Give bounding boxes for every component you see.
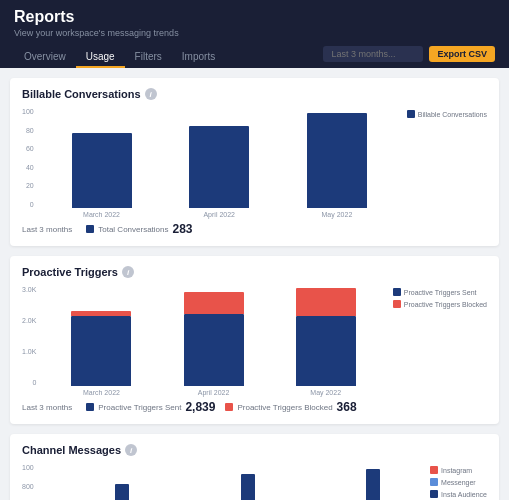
proactive-may: May 2022: [273, 286, 379, 396]
tab-overview[interactable]: Overview: [14, 47, 76, 68]
proactive-april: April 2022: [161, 286, 267, 396]
proactive-red-may: [296, 288, 356, 316]
proactive-stat2-value: 368: [337, 400, 357, 414]
billable-stat-label: Total Conversations: [98, 225, 168, 234]
proactive-blue-april: [184, 314, 244, 386]
proactive-stat1-label: Proactive Triggers Sent: [98, 403, 181, 412]
proactive-sent-dot: [393, 288, 401, 296]
billable-legend-item: Billable Conversations: [407, 110, 487, 118]
tab-imports[interactable]: Imports: [172, 47, 225, 68]
channel-legend-messenger-label: Messenger: [441, 479, 476, 486]
channel-may: May 2022: [297, 464, 416, 500]
channel-messenger-dot: [430, 478, 438, 486]
page-title: Reports: [14, 8, 495, 26]
billable-stat-value: 283: [173, 222, 193, 236]
channel-legend-messenger: Messenger: [430, 478, 487, 486]
channel-chart-area: 100 800 600 400 200 0 March 2022: [22, 464, 487, 500]
proactive-stat1-value: 2,839: [185, 400, 215, 414]
channel-bars: March 2022 April 2022: [46, 464, 416, 500]
tab-usage[interactable]: Usage: [76, 47, 125, 68]
channel-legend-audience-label: Insta Audience: [441, 491, 487, 498]
proactive-march: March 2022: [48, 286, 154, 396]
billable-bar-march: [72, 133, 132, 208]
proactive-card: Proactive Triggers i 3.0K 2.0K 1.0K 0 Ma…: [10, 256, 499, 424]
channel-legend: Instagram Messenger Insta Audience: [430, 466, 487, 500]
proactive-legend-blocked: Proactive Triggers Blocked: [393, 300, 487, 308]
proactive-info-icon[interactable]: i: [122, 266, 134, 278]
billable-label-may: May 2022: [322, 211, 353, 218]
nav-tabs: Overview Usage Filters Imports: [14, 47, 225, 68]
channel-legend-instagram: Instagram: [430, 466, 487, 474]
header: Reports View your workspace's messaging …: [0, 0, 509, 68]
billable-april: April 2022: [163, 108, 275, 218]
proactive-y-axis: 3.0K 2.0K 1.0K 0: [22, 286, 40, 386]
proactive-stat2: Proactive Triggers Blocked 368: [225, 400, 356, 414]
proactive-red-april: [184, 292, 244, 314]
proactive-stat1-dot: [86, 403, 94, 411]
tab-filters[interactable]: Filters: [125, 47, 172, 68]
export-button[interactable]: Export CSV: [429, 46, 495, 62]
page-subtitle: View your workspace's messaging trends: [14, 28, 495, 38]
proactive-stat2-dot: [225, 403, 233, 411]
billable-stats: Last 3 months Total Conversations 283: [22, 222, 487, 236]
proactive-label-may: May 2022: [310, 389, 341, 396]
billable-time-range: Last 3 months: [22, 225, 72, 234]
proactive-blue-march: [71, 316, 131, 386]
channel-audience-march: [115, 484, 129, 500]
billable-card: Billable Conversations i 100 80 60 40 20…: [10, 78, 499, 246]
billable-legend-label: Billable Conversations: [418, 111, 487, 118]
proactive-blocked-dot: [393, 300, 401, 308]
proactive-label-april: April 2022: [198, 389, 230, 396]
billable-bar-april: [189, 126, 249, 208]
billable-legend: Billable Conversations: [407, 110, 487, 218]
channel-audience-may: [366, 469, 380, 500]
billable-title: Billable Conversations i: [22, 88, 487, 100]
proactive-legend: Proactive Triggers Sent Proactive Trigge…: [393, 288, 487, 396]
channel-audience-april: [241, 474, 255, 500]
proactive-legend-sent: Proactive Triggers Sent: [393, 288, 487, 296]
channel-card: Channel Messages i 100 800 600 400 200 0: [10, 434, 499, 500]
channel-legend-audience: Insta Audience: [430, 490, 487, 498]
billable-chart-area: 100 80 60 40 20 0 March 2022: [22, 108, 487, 218]
proactive-stat1: Proactive Triggers Sent 2,839: [86, 400, 215, 414]
channel-april: April 2022: [171, 464, 290, 500]
proactive-legend-sent-label: Proactive Triggers Sent: [404, 289, 477, 296]
billable-label-march: March 2022: [83, 211, 120, 218]
billable-march: March 2022: [46, 108, 158, 218]
billable-bars: March 2022 April 2022 May 2022: [46, 108, 393, 218]
date-range-input[interactable]: [323, 46, 423, 62]
billable-may: May 2022: [281, 108, 393, 218]
billable-stat: Total Conversations 283: [86, 222, 192, 236]
proactive-chart-area: 3.0K 2.0K 1.0K 0 March 2022: [22, 286, 487, 396]
proactive-title: Proactive Triggers i: [22, 266, 487, 278]
proactive-stats: Last 3 months Proactive Triggers Sent 2,…: [22, 400, 487, 414]
proactive-blue-may: [296, 316, 356, 386]
channel-instagram-dot: [430, 466, 438, 474]
channel-audience-dot: [430, 490, 438, 498]
billable-bar-may: [307, 113, 367, 208]
proactive-bars: March 2022 April 2022 May 2022: [48, 286, 378, 396]
proactive-legend-blocked-label: Proactive Triggers Blocked: [404, 301, 487, 308]
proactive-time-range: Last 3 months: [22, 403, 72, 412]
channel-march: March 2022: [46, 464, 165, 500]
channel-legend-instagram-label: Instagram: [441, 467, 472, 474]
channel-title: Channel Messages i: [22, 444, 487, 456]
billable-y-axis: 100 80 60 40 20 0: [22, 108, 38, 208]
billable-label-april: April 2022: [203, 211, 235, 218]
proactive-stat2-label: Proactive Triggers Blocked: [237, 403, 332, 412]
billable-info-icon[interactable]: i: [145, 88, 157, 100]
main-content: Billable Conversations i 100 80 60 40 20…: [0, 68, 509, 500]
header-actions: Export CSV: [323, 46, 495, 68]
proactive-label-march: March 2022: [83, 389, 120, 396]
billable-legend-dot: [407, 110, 415, 118]
channel-info-icon[interactable]: i: [125, 444, 137, 456]
channel-y-axis: 100 800 600 400 200 0: [22, 464, 38, 500]
billable-stat-dot: [86, 225, 94, 233]
